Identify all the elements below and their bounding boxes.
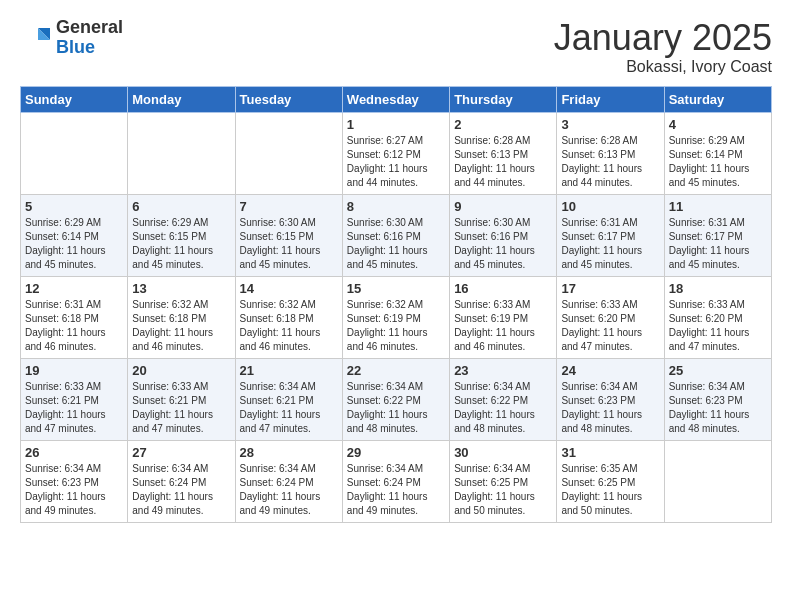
logo: General Blue	[20, 18, 123, 58]
day-of-week-header: Wednesday	[342, 86, 449, 112]
day-info: Sunrise: 6:34 AM Sunset: 6:23 PM Dayligh…	[25, 462, 123, 518]
day-number: 27	[132, 445, 230, 460]
day-info: Sunrise: 6:34 AM Sunset: 6:22 PM Dayligh…	[347, 380, 445, 436]
day-number: 11	[669, 199, 767, 214]
day-number: 5	[25, 199, 123, 214]
calendar-cell: 21Sunrise: 6:34 AM Sunset: 6:21 PM Dayli…	[235, 358, 342, 440]
calendar-cell: 7Sunrise: 6:30 AM Sunset: 6:15 PM Daylig…	[235, 194, 342, 276]
day-number: 28	[240, 445, 338, 460]
day-of-week-header: Monday	[128, 86, 235, 112]
calendar-week-row: 1Sunrise: 6:27 AM Sunset: 6:12 PM Daylig…	[21, 112, 772, 194]
day-info: Sunrise: 6:31 AM Sunset: 6:17 PM Dayligh…	[669, 216, 767, 272]
calendar-cell: 5Sunrise: 6:29 AM Sunset: 6:14 PM Daylig…	[21, 194, 128, 276]
day-info: Sunrise: 6:31 AM Sunset: 6:18 PM Dayligh…	[25, 298, 123, 354]
day-info: Sunrise: 6:32 AM Sunset: 6:18 PM Dayligh…	[132, 298, 230, 354]
calendar-cell: 29Sunrise: 6:34 AM Sunset: 6:24 PM Dayli…	[342, 440, 449, 522]
calendar-cell: 9Sunrise: 6:30 AM Sunset: 6:16 PM Daylig…	[450, 194, 557, 276]
calendar-cell: 31Sunrise: 6:35 AM Sunset: 6:25 PM Dayli…	[557, 440, 664, 522]
day-of-week-header: Sunday	[21, 86, 128, 112]
day-number: 13	[132, 281, 230, 296]
day-of-week-header: Saturday	[664, 86, 771, 112]
calendar-cell: 23Sunrise: 6:34 AM Sunset: 6:22 PM Dayli…	[450, 358, 557, 440]
calendar-cell	[235, 112, 342, 194]
calendar-cell: 4Sunrise: 6:29 AM Sunset: 6:14 PM Daylig…	[664, 112, 771, 194]
calendar-cell	[128, 112, 235, 194]
day-number: 14	[240, 281, 338, 296]
day-info: Sunrise: 6:34 AM Sunset: 6:22 PM Dayligh…	[454, 380, 552, 436]
calendar-cell: 28Sunrise: 6:34 AM Sunset: 6:24 PM Dayli…	[235, 440, 342, 522]
calendar-cell: 18Sunrise: 6:33 AM Sunset: 6:20 PM Dayli…	[664, 276, 771, 358]
calendar-cell	[664, 440, 771, 522]
day-info: Sunrise: 6:34 AM Sunset: 6:24 PM Dayligh…	[240, 462, 338, 518]
day-number: 3	[561, 117, 659, 132]
day-info: Sunrise: 6:33 AM Sunset: 6:20 PM Dayligh…	[669, 298, 767, 354]
day-number: 25	[669, 363, 767, 378]
day-info: Sunrise: 6:34 AM Sunset: 6:21 PM Dayligh…	[240, 380, 338, 436]
day-info: Sunrise: 6:31 AM Sunset: 6:17 PM Dayligh…	[561, 216, 659, 272]
calendar-cell: 25Sunrise: 6:34 AM Sunset: 6:23 PM Dayli…	[664, 358, 771, 440]
calendar-cell: 22Sunrise: 6:34 AM Sunset: 6:22 PM Dayli…	[342, 358, 449, 440]
day-number: 16	[454, 281, 552, 296]
day-info: Sunrise: 6:34 AM Sunset: 6:23 PM Dayligh…	[561, 380, 659, 436]
day-info: Sunrise: 6:33 AM Sunset: 6:21 PM Dayligh…	[132, 380, 230, 436]
logo-icon	[20, 22, 52, 54]
day-info: Sunrise: 6:29 AM Sunset: 6:14 PM Dayligh…	[669, 134, 767, 190]
day-info: Sunrise: 6:29 AM Sunset: 6:15 PM Dayligh…	[132, 216, 230, 272]
day-number: 10	[561, 199, 659, 214]
day-info: Sunrise: 6:34 AM Sunset: 6:25 PM Dayligh…	[454, 462, 552, 518]
calendar-cell: 17Sunrise: 6:33 AM Sunset: 6:20 PM Dayli…	[557, 276, 664, 358]
day-info: Sunrise: 6:28 AM Sunset: 6:13 PM Dayligh…	[454, 134, 552, 190]
calendar-cell: 3Sunrise: 6:28 AM Sunset: 6:13 PM Daylig…	[557, 112, 664, 194]
day-info: Sunrise: 6:27 AM Sunset: 6:12 PM Dayligh…	[347, 134, 445, 190]
calendar-cell: 8Sunrise: 6:30 AM Sunset: 6:16 PM Daylig…	[342, 194, 449, 276]
calendar-week-row: 5Sunrise: 6:29 AM Sunset: 6:14 PM Daylig…	[21, 194, 772, 276]
day-of-week-header: Tuesday	[235, 86, 342, 112]
day-number: 12	[25, 281, 123, 296]
day-info: Sunrise: 6:28 AM Sunset: 6:13 PM Dayligh…	[561, 134, 659, 190]
calendar-cell: 10Sunrise: 6:31 AM Sunset: 6:17 PM Dayli…	[557, 194, 664, 276]
calendar-week-row: 26Sunrise: 6:34 AM Sunset: 6:23 PM Dayli…	[21, 440, 772, 522]
day-info: Sunrise: 6:32 AM Sunset: 6:19 PM Dayligh…	[347, 298, 445, 354]
calendar-cell: 24Sunrise: 6:34 AM Sunset: 6:23 PM Dayli…	[557, 358, 664, 440]
calendar-header-row: SundayMondayTuesdayWednesdayThursdayFrid…	[21, 86, 772, 112]
header: General Blue January 2025 Bokassi, Ivory…	[20, 18, 772, 76]
day-number: 21	[240, 363, 338, 378]
day-number: 15	[347, 281, 445, 296]
day-number: 8	[347, 199, 445, 214]
day-number: 4	[669, 117, 767, 132]
day-number: 29	[347, 445, 445, 460]
calendar: SundayMondayTuesdayWednesdayThursdayFrid…	[20, 86, 772, 523]
calendar-cell: 27Sunrise: 6:34 AM Sunset: 6:24 PM Dayli…	[128, 440, 235, 522]
calendar-cell: 12Sunrise: 6:31 AM Sunset: 6:18 PM Dayli…	[21, 276, 128, 358]
calendar-cell: 26Sunrise: 6:34 AM Sunset: 6:23 PM Dayli…	[21, 440, 128, 522]
day-info: Sunrise: 6:35 AM Sunset: 6:25 PM Dayligh…	[561, 462, 659, 518]
day-of-week-header: Thursday	[450, 86, 557, 112]
day-info: Sunrise: 6:33 AM Sunset: 6:21 PM Dayligh…	[25, 380, 123, 436]
title-area: January 2025 Bokassi, Ivory Coast	[554, 18, 772, 76]
day-number: 7	[240, 199, 338, 214]
calendar-cell: 13Sunrise: 6:32 AM Sunset: 6:18 PM Dayli…	[128, 276, 235, 358]
day-info: Sunrise: 6:34 AM Sunset: 6:24 PM Dayligh…	[132, 462, 230, 518]
day-number: 24	[561, 363, 659, 378]
page: General Blue January 2025 Bokassi, Ivory…	[0, 0, 792, 612]
day-info: Sunrise: 6:33 AM Sunset: 6:20 PM Dayligh…	[561, 298, 659, 354]
day-info: Sunrise: 6:29 AM Sunset: 6:14 PM Dayligh…	[25, 216, 123, 272]
day-info: Sunrise: 6:32 AM Sunset: 6:18 PM Dayligh…	[240, 298, 338, 354]
calendar-week-row: 19Sunrise: 6:33 AM Sunset: 6:21 PM Dayli…	[21, 358, 772, 440]
calendar-cell: 19Sunrise: 6:33 AM Sunset: 6:21 PM Dayli…	[21, 358, 128, 440]
day-number: 19	[25, 363, 123, 378]
day-info: Sunrise: 6:33 AM Sunset: 6:19 PM Dayligh…	[454, 298, 552, 354]
day-number: 18	[669, 281, 767, 296]
logo-text: General Blue	[56, 18, 123, 58]
day-info: Sunrise: 6:30 AM Sunset: 6:16 PM Dayligh…	[454, 216, 552, 272]
calendar-cell: 30Sunrise: 6:34 AM Sunset: 6:25 PM Dayli…	[450, 440, 557, 522]
day-info: Sunrise: 6:34 AM Sunset: 6:23 PM Dayligh…	[669, 380, 767, 436]
day-of-week-header: Friday	[557, 86, 664, 112]
day-number: 17	[561, 281, 659, 296]
day-number: 1	[347, 117, 445, 132]
day-number: 2	[454, 117, 552, 132]
calendar-cell: 20Sunrise: 6:33 AM Sunset: 6:21 PM Dayli…	[128, 358, 235, 440]
calendar-cell: 6Sunrise: 6:29 AM Sunset: 6:15 PM Daylig…	[128, 194, 235, 276]
day-number: 23	[454, 363, 552, 378]
day-info: Sunrise: 6:30 AM Sunset: 6:16 PM Dayligh…	[347, 216, 445, 272]
